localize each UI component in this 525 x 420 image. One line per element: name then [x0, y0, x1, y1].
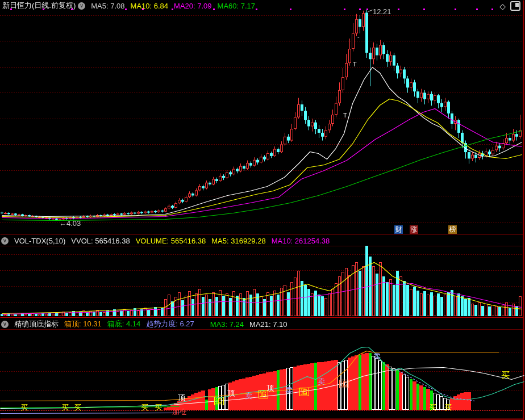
candle-mark: T: [343, 112, 347, 119]
buy-label: 买: [74, 404, 81, 411]
chevron-down-icon[interactable]: ∨: [1, 237, 9, 245]
candle-mark: T: [353, 61, 357, 68]
trading-app-window: 新日恒力(日线.前复权) ∨ MA5: 7.08 MA10: 6.84 MA20…: [0, 0, 525, 420]
volume-ma5-readout: MA5: 316929.28: [211, 237, 265, 245]
signal-label: 卖: [318, 378, 325, 385]
watermark-zhang: 涨: [410, 225, 418, 234]
vvol-readout: VVOL: 565416.38: [71, 237, 130, 245]
volume-readout: VOLUME: 565416.38: [136, 237, 206, 245]
chart-title: 新日恒力(日线.前复权): [2, 1, 76, 11]
watermark-bang: 榜: [448, 225, 457, 234]
chevron-down-icon[interactable]: ∨: [1, 321, 9, 328]
low-price-label: ←4.03: [59, 220, 81, 227]
buy-label: 买: [429, 404, 436, 411]
signal-label: 卖: [373, 352, 381, 360]
indicator-header: ∨ 精确顶底指标 箱顶: 10.31 箱底: 4.14 趋势力度: 6.27 M…: [0, 318, 523, 330]
chart-canvas[interactable]: [0, 0, 525, 420]
buy-label: 买: [20, 404, 28, 411]
box-bottom-readout: 箱底: 4.14: [107, 319, 141, 329]
header-tools: ◇: [499, 1, 520, 11]
signal-label: 追: [214, 397, 224, 405]
buy-label: 买: [61, 404, 69, 411]
candle-mark: -: [357, 33, 360, 40]
volume-indicator-name: VOL-TDX(5,10): [14, 237, 65, 245]
signal-label: 追: [299, 388, 309, 396]
signal-label: 顶: [266, 384, 274, 392]
box-top-readout: 箱顶: 10.31: [64, 319, 102, 329]
indicator-ma3-readout: MA3: 7.24: [210, 320, 244, 329]
ma10-readout: MA10: 6.84: [131, 2, 169, 10]
ma60-readout: MA60: 7.17: [218, 2, 256, 10]
signal-label: 顶: [227, 389, 235, 397]
volume-header: ∨ VOL-TDX(5,10) VVOL: 565416.38 VOLUME: …: [0, 235, 523, 246]
signal-label: 顶: [178, 394, 185, 401]
buy-label: 买: [444, 404, 452, 411]
indicator-ma21-readout: MA21: 7.10: [249, 320, 288, 329]
diamond-icon[interactable]: ◇: [499, 2, 506, 10]
buy-label: 买: [141, 404, 148, 411]
trend-readout: 趋势力度: 6.27: [146, 319, 194, 329]
big-buy-label: 买: [501, 371, 510, 379]
signal-label: 卖: [245, 392, 252, 400]
indicator-name: 精确顶底指标: [14, 319, 59, 329]
signal-label: 追: [339, 380, 349, 388]
peak-price-label: 12.21: [373, 8, 391, 15]
main-chart-header: 新日恒力(日线.前复权) ∨ MA5: 7.08 MA10: 6.84 MA20…: [0, 0, 523, 11]
watermark-cai: 财: [394, 225, 403, 234]
ma5-readout: MA5: 7.08: [91, 2, 124, 10]
volume-ma10-readout: MA10: 261254.38: [272, 237, 330, 245]
window-layout-icon[interactable]: [510, 1, 520, 11]
signal-label: 卖: [285, 387, 293, 394]
signal-label: 加仓: [172, 408, 187, 415]
buy-label: 买: [155, 404, 162, 411]
chevron-down-icon[interactable]: ∨: [78, 2, 85, 10]
ma20-readout: MA20: 7.09: [174, 2, 212, 10]
